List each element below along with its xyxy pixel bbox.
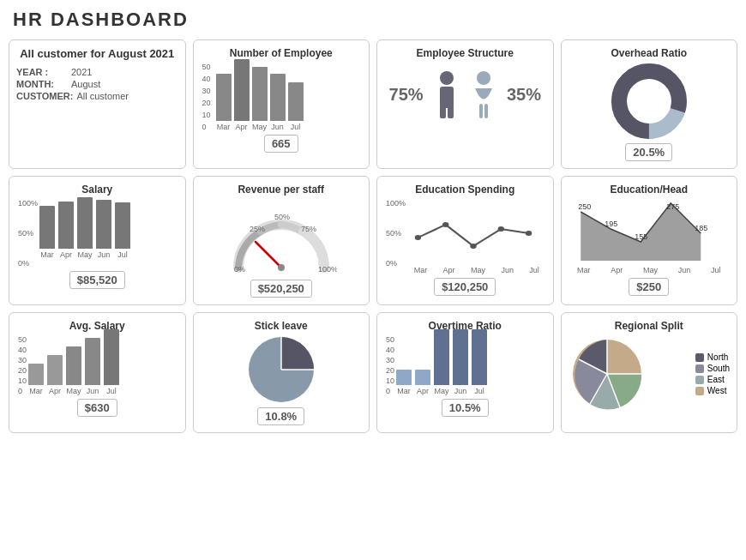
card-all-customer: All customer for August 2021 YEAR : 2021… [9, 39, 186, 169]
male-pct: 75% [389, 85, 424, 105]
card-avg-salary: Avg. Salary 50 40 30 20 10 0 Mar Apr May… [9, 312, 186, 433]
overtime-value: 10.5% [442, 399, 489, 417]
avg-salary-title: Avg. Salary [16, 320, 178, 332]
card-overhead: Overhead Ratio 20.5% [561, 39, 738, 169]
education-head-chart: 250 195 155 275 185 Mar Apr May Jun Jul [569, 199, 731, 274]
stick-leave-pie [201, 335, 363, 404]
female-pct: 35% [507, 85, 541, 105]
svg-rect-2 [440, 105, 446, 118]
north-label: North [707, 352, 728, 362]
customer-card-title: All customer for August 2021 [16, 47, 178, 62]
structure-title: Employee Structure [384, 47, 546, 59]
stick-leave-value: 10.8% [257, 407, 304, 425]
structure-visual: 75% 35% [384, 63, 546, 127]
svg-point-9 [632, 84, 666, 118]
education-head-value: $250 [629, 278, 669, 296]
svg-point-18 [442, 222, 448, 227]
salary-title: Salary [16, 184, 178, 196]
svg-text:75%: 75% [301, 225, 316, 233]
svg-point-0 [440, 71, 454, 85]
year-value: 2021 [71, 67, 92, 77]
avg-salary-value: $630 [77, 399, 117, 417]
revenue-speedometer: 0% 25% 50% 75% 100% [201, 199, 363, 276]
y-label-40: 40 [202, 75, 211, 83]
card-education-spending: Education Spending 100% 50% 0% Mar [376, 176, 554, 305]
svg-rect-1 [440, 87, 454, 108]
south-label: South [707, 364, 730, 373]
card-regional-split: Regional Split [561, 312, 738, 433]
salary-value: $85,520 [69, 271, 125, 289]
customer-value: All customer [76, 91, 129, 101]
education-head-title: Education/Head [569, 184, 731, 196]
overhead-donut [569, 63, 731, 140]
svg-text:185: 185 [695, 224, 707, 232]
card-employee-structure: Employee Structure 75% 35% [376, 39, 554, 169]
stick-leave-title: Stick leave [201, 320, 363, 332]
west-label: West [707, 386, 727, 395]
east-label: East [707, 375, 725, 384]
year-label: YEAR : [16, 67, 68, 77]
male-icon [433, 71, 460, 118]
card-salary: Salary 100% 50% 0% Mar Apr May Jun Jul $… [9, 176, 186, 305]
card-education-head: Education/Head 250 195 155 275 185 Mar A… [561, 176, 738, 305]
overhead-title: Overhead Ratio [569, 47, 731, 59]
education-spending-title: Education Spending [384, 184, 546, 196]
revenue-title: Revenue per staff [201, 184, 363, 196]
svg-rect-3 [448, 105, 454, 118]
female-icon [470, 71, 497, 118]
svg-point-20 [498, 226, 504, 232]
salary-chart: 100% 50% 0% Mar Apr May Jun Jul [16, 199, 178, 268]
y-label-50: 50 [202, 63, 211, 71]
svg-rect-6 [484, 104, 488, 118]
card-stick-leave: Stick leave 10.8% [193, 312, 370, 433]
svg-text:195: 195 [605, 220, 617, 228]
dashboard-grid: All customer for August 2021 YEAR : 2021… [9, 39, 737, 433]
card-revenue: Revenue per staff 0% 25% 50% 75% 100% [193, 176, 370, 305]
education-spending-value: $120,250 [434, 278, 496, 296]
svg-text:275: 275 [666, 202, 679, 211]
svg-line-15 [256, 242, 281, 268]
svg-text:155: 155 [635, 232, 647, 241]
month-value: August [71, 79, 100, 89]
card-employee-count: Number of Employee 50 40 30 20 10 0 Mar … [193, 39, 370, 169]
employee-bars: Mar Apr May Jun Jul [213, 63, 362, 131]
employee-count-title: Number of Employee [201, 47, 363, 59]
svg-text:50%: 50% [274, 213, 290, 221]
svg-text:0%: 0% [234, 265, 245, 274]
y-label-10: 10 [202, 111, 211, 119]
svg-point-17 [415, 235, 421, 240]
svg-rect-5 [479, 104, 483, 118]
overhead-value: 20.5% [625, 143, 672, 161]
avg-salary-chart: 50 40 30 20 10 0 Mar Apr May Jun Jul [16, 335, 178, 395]
svg-text:25%: 25% [250, 225, 265, 233]
svg-point-16 [278, 264, 285, 271]
y-label-30: 30 [202, 87, 211, 95]
y-label-0: 0 [202, 123, 211, 131]
card-overtime: Overtime Ratio 50 40 30 20 10 0 Mar Apr … [376, 312, 554, 433]
svg-text:250: 250 [578, 202, 591, 211]
revenue-value: $520,250 [250, 280, 312, 298]
overtime-chart: 50 40 30 20 10 0 Mar Apr May Jun Jul [384, 335, 546, 395]
y-label-20: 20 [202, 99, 211, 107]
education-line-chart: 100% 50% 0% Mar Apr May Ju [384, 199, 546, 274]
employee-count-value: 665 [264, 135, 298, 153]
customer-label: CUSTOMER: [16, 91, 73, 101]
month-label: MONTH: [16, 79, 68, 89]
regional-split-title: Regional Split [569, 320, 731, 332]
svg-text:100%: 100% [318, 265, 337, 274]
svg-point-19 [470, 244, 476, 249]
regional-split-visual: North South East West [569, 335, 731, 412]
svg-point-21 [526, 231, 532, 236]
svg-point-4 [477, 71, 490, 85]
page-title: HR DASHBOARD [9, 9, 737, 31]
employee-bar-chart: 50 40 30 20 10 0 Mar Apr May Jun Jul [201, 63, 363, 131]
regional-legend: North South East West [695, 352, 730, 395]
